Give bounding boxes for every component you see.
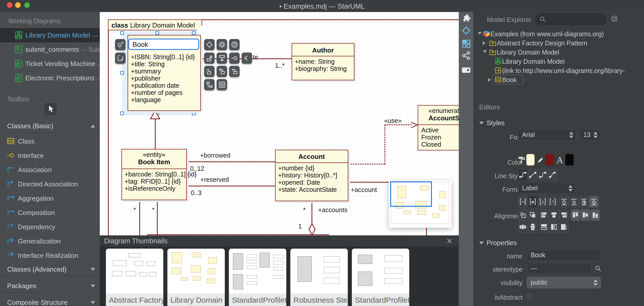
collapse-arrow-icon[interactable] [488,78,491,82]
class-book-item[interactable]: «entity» Book Item +barcode: String[0..1… [121,149,187,200]
selection-handle[interactable] [192,31,196,35]
add-interface-button[interactable] [229,53,240,64]
send-to-back-button[interactable] [518,209,528,221]
bracket-plus-button[interactable]: +# [518,196,528,208]
toolbox-item-directed-association[interactable]: Directed Association [0,177,100,191]
tree-item-library-domain-model[interactable]: Library Domain Model [473,57,644,66]
add-aggregation-button[interactable] [217,66,227,77]
selection-handle[interactable] [120,71,124,75]
pointer-tool-button[interactable] [44,103,57,116]
bracket-box-button[interactable]: ▣ [528,196,538,208]
toolbox-item-aggregation[interactable]: Aggregation [0,191,100,205]
same-width-button[interactable] [539,221,549,233]
paint-roller-icon[interactable] [517,156,526,164]
pencil-icon[interactable] [537,156,544,164]
working-diagram-item[interactable]: submit_comments — Submit [0,42,100,57]
class-name-edit-field[interactable]: Book [128,39,199,50]
relations-share-icon[interactable] [462,51,471,60]
add-element-button[interactable] [115,39,126,50]
thumbnail-robustness-stereotypes[interactable]: Robustness Stereotypes [290,249,348,306]
class-account-state[interactable]: «enumeration» AccountState ActiveFrozenC… [418,105,459,150]
add-containment-button[interactable] [204,79,215,90]
properties-collapse-arrow[interactable] [479,241,484,244]
selection-handle[interactable] [192,111,196,115]
toolbox-section-header[interactable]: Classes (Basic) [0,120,100,131]
bracket-type-button[interactable]: :T [548,196,558,208]
gear-icon[interactable] [611,15,618,23]
rounded-rectilinear-button[interactable] [538,169,548,181]
working-diagram-item[interactable]: Ticket Vending Machine — T [0,57,100,71]
isabstract-checkbox[interactable] [527,293,533,299]
markdown-export-icon[interactable]: M [462,66,471,75]
add-required-interface-button[interactable] [242,53,252,64]
toolbox-item-interface[interactable]: Interface [0,148,100,162]
selection-handle[interactable] [120,111,124,115]
suppress-state-button[interactable]: x [579,196,589,208]
rectilinear-button[interactable] [518,169,528,181]
thumbnail-standardprofilel2[interactable]: StandardProfileL2 [229,249,286,306]
align-bottom-button[interactable] [590,209,600,221]
collapse-arrow-icon[interactable] [483,41,486,45]
minimap-viewport[interactable] [390,181,432,207]
font-size-spinner[interactable]: 13 [579,129,601,141]
align-left-button[interactable] [539,209,549,221]
toolbox-item-dependency[interactable]: Dependency [0,220,100,234]
borrowed-association[interactable] [187,161,275,162]
add-state-button[interactable] [229,39,240,50]
tree-item-abstract-factory-design-patter[interactable]: Abstract Factory Design Pattern [473,39,644,48]
same-height-button[interactable] [549,221,559,233]
book-item-line-1[interactable] [139,200,140,235]
thumbnail-standardprofilel3[interactable]: StandardProfileL3 [352,249,409,306]
suppress-gear-button[interactable]: x [569,196,579,208]
reserved-association[interactable] [187,186,275,186]
selection-handle[interactable] [120,31,124,35]
book-item-line-2[interactable] [157,200,158,235]
toolbox-section-header[interactable]: Classes (Advanced) [0,263,100,275]
class-account[interactable]: Account +number {id}+history: History[0.… [275,150,348,201]
settings-gear-button[interactable] [217,39,227,50]
thumbnail-library-domain-model[interactable]: Library Domain Model [167,249,225,306]
font-family-select[interactable]: Arial [518,129,577,141]
toolbox-item-class[interactable]: Class [0,134,100,148]
align-right-button[interactable] [559,209,569,221]
line-color-swatch[interactable] [545,154,554,166]
distribute-vertical-button[interactable] [528,221,538,233]
align-middle-button[interactable] [580,209,590,221]
align-top-button[interactable] [571,209,580,221]
distribute-horizontal-button[interactable] [518,221,528,233]
expand-arrow-icon[interactable] [483,50,487,53]
toolbox-section-header[interactable]: Packages [0,280,100,291]
add-composition-button[interactable] [229,66,240,77]
stereotype-search-icon[interactable] [595,265,602,272]
curve-button[interactable] [548,169,558,181]
add-association-button[interactable] [204,66,215,77]
oblique-button[interactable] [528,169,538,181]
use-dependency-v[interactable] [385,125,385,164]
toolbox-item-association[interactable]: Association [0,162,100,177]
expand-arrow-icon[interactable] [478,32,482,35]
letter-a-icon[interactable]: A [556,155,563,165]
diagram-canvas[interactable]: class Library Domain Model 1..* te +borr… [100,12,459,306]
bracket-brace-button[interactable]: {} [538,196,548,208]
working-diagram-item[interactable]: Library Domain Model — Lib [0,28,100,42]
use-dependency-h2[interactable] [385,124,412,125]
accounts-aggregation-line[interactable] [312,201,312,224]
suppress-diamond-button[interactable]: x [559,196,569,208]
extensions-puzzle-icon[interactable] [462,15,471,24]
generalization-line[interactable] [155,119,156,149]
working-diagram-item[interactable]: Electronic Prescriptions — E [0,71,100,85]
toolbox-item-interface-realization[interactable]: Interface Realization [0,248,100,262]
diagram-thumbnails-grid-icon[interactable] [462,39,471,48]
add-diamond-button[interactable] [204,39,215,50]
toolbox-section-header[interactable]: Composite Structure [0,297,100,306]
tree-item-book[interactable]: Book [473,75,644,84]
add-nested-button[interactable] [217,79,227,90]
tree-item-examples-from-www-uml-diagrams[interactable]: Examples (from www.uml-diagrams.org) [473,29,644,39]
toolbox-item-generalization[interactable]: Generalization [0,234,100,248]
name-field[interactable]: Book [527,249,601,261]
label-dropdown[interactable]: Label [518,182,576,194]
class-author[interactable]: Author +name: String+biography: String [292,43,354,80]
selection-handle[interactable] [155,31,159,35]
close-icon[interactable]: ✕ [446,237,453,246]
same-size-button[interactable] [559,221,569,233]
